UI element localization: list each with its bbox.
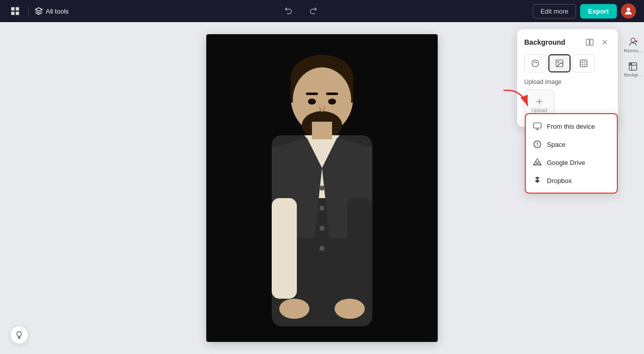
dropdown-space-label: Space <box>547 141 566 148</box>
nav-left: All tools <box>8 4 69 18</box>
remove-tool-item[interactable]: Remov... <box>623 34 643 56</box>
bg-panel-actions <box>584 36 611 48</box>
svg-rect-29 <box>586 39 589 45</box>
upload-button-label: Upload <box>531 108 547 113</box>
dropdown-google-drive-label: Google Drive <box>547 159 585 166</box>
svg-rect-8 <box>306 93 318 95</box>
remove-tool-label: Remov... <box>624 48 641 53</box>
dropbox-icon <box>533 176 542 185</box>
svg-point-17 <box>319 186 325 191</box>
dropdown-item-device[interactable]: From this device <box>526 117 617 135</box>
export-button[interactable]: Export <box>580 4 617 19</box>
lightbulb-button[interactable] <box>10 326 28 344</box>
dropdown-item-google-drive[interactable]: Google Drive <box>526 153 617 171</box>
svg-rect-23 <box>272 198 297 299</box>
bg-tab-color[interactable] <box>524 54 546 72</box>
svg-point-34 <box>532 60 539 67</box>
user-avatar[interactable] <box>621 4 636 19</box>
space-icon <box>533 140 542 149</box>
nav-divider <box>28 6 29 16</box>
top-navigation: All tools Edit more Export <box>0 0 644 22</box>
undo-button[interactable] <box>281 3 297 19</box>
upload-dropdown: From this device Space Google Drive Drop… <box>525 113 618 194</box>
far-right-tools-panel: Remov... Backgr... <box>622 30 644 80</box>
all-tools-label: All tools <box>46 8 69 15</box>
svg-point-36 <box>557 61 558 62</box>
svg-point-0 <box>627 8 630 11</box>
edit-more-button[interactable]: Edit more <box>533 4 576 19</box>
bg-panel-title: Background <box>524 38 566 46</box>
nav-right: Edit more Export <box>533 4 636 19</box>
svg-point-28 <box>630 63 631 65</box>
redo-button[interactable] <box>305 3 321 19</box>
dropdown-dropbox-label: Dropbox <box>547 177 572 185</box>
svg-rect-37 <box>580 60 587 67</box>
svg-rect-45 <box>534 123 541 128</box>
svg-rect-30 <box>590 39 593 45</box>
svg-point-7 <box>328 99 336 105</box>
dropdown-device-label: From this device <box>547 123 595 130</box>
upload-image-label: Upload image <box>524 78 611 85</box>
background-tool-label: Backgr... <box>624 72 642 77</box>
all-tools-button[interactable]: All tools <box>35 7 69 15</box>
canvas-image <box>206 34 438 342</box>
svg-point-19 <box>319 226 325 231</box>
device-icon <box>533 122 542 131</box>
bg-tab-image[interactable] <box>548 54 571 72</box>
google-drive-icon <box>533 158 542 167</box>
svg-point-22 <box>335 299 365 319</box>
svg-point-10 <box>312 115 332 123</box>
bg-panel-tabs <box>524 54 611 72</box>
svg-rect-9 <box>326 93 338 95</box>
bg-panel-compare-button[interactable] <box>584 36 596 48</box>
background-panel: Background <box>517 29 618 127</box>
svg-point-21 <box>279 299 309 319</box>
nav-center <box>281 3 321 19</box>
svg-point-20 <box>319 246 325 251</box>
bg-panel-close-button[interactable] <box>599 36 611 48</box>
bg-tab-blur[interactable] <box>573 54 595 72</box>
background-tool-item[interactable]: Backgr... <box>623 58 643 80</box>
svg-rect-14 <box>312 122 332 139</box>
dropdown-item-space[interactable]: Space <box>526 135 617 153</box>
svg-point-6 <box>308 99 316 105</box>
dropdown-item-dropbox[interactable]: Dropbox <box>526 171 617 190</box>
svg-rect-24 <box>347 198 372 299</box>
bg-panel-header: Background <box>524 36 611 48</box>
lightbulb-icon <box>15 330 24 339</box>
app-logo[interactable] <box>8 4 22 18</box>
person-photo <box>206 34 438 342</box>
svg-point-18 <box>319 206 325 211</box>
